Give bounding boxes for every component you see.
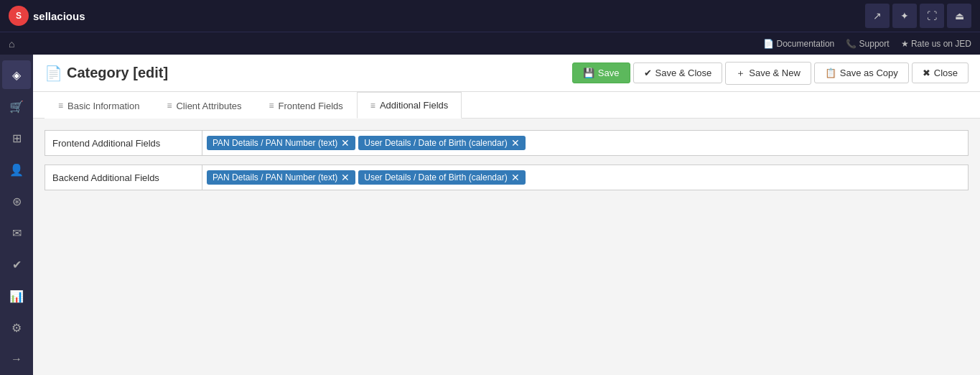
main-layout: ◈ 🛒 ⊞ 👤 ⊛ ✉ ✔ 📊 ⚙ → 📄 Category [edit] 💾 … (0, 55, 980, 375)
logout-button[interactable]: ⏏ (947, 4, 971, 28)
backend-label: Backend Additional Fields (45, 165, 202, 190)
frontend-label: Frontend Additional Fields (45, 130, 202, 156)
fullscreen-button[interactable]: ⛶ (920, 4, 944, 28)
tab-content: Frontend Additional Fields PAN Details /… (33, 119, 980, 375)
secondary-nav-right: 📄 Documentation 📞 Support ★ Rate us on J… (763, 39, 971, 49)
content-area: 📄 Category [edit] 💾 Save ✔ Save & Close … (33, 55, 980, 375)
tabs: ≡ Basic Information ≡ Client Attributes … (33, 92, 980, 119)
tab-icon-client: ≡ (167, 101, 172, 111)
frontend-values-cell[interactable]: PAN Details / PAN Number (text) ✕ User D… (202, 130, 969, 156)
topbar: S sellacious ↗ ✦ ⛶ ⏏ (0, 0, 980, 32)
sidebar-item-structure[interactable]: ⊛ (2, 187, 31, 216)
tab-frontend-fields[interactable]: ≡ Frontend Fields (256, 92, 357, 119)
sidebar-item-more[interactable]: → (2, 345, 31, 374)
frontend-tag-0-remove[interactable]: ✕ (341, 138, 350, 148)
backend-values-cell[interactable]: PAN Details / PAN Number (text) ✕ User D… (202, 165, 969, 190)
tab-additional-fields[interactable]: ≡ Additional Fields (357, 92, 462, 119)
copy-icon: 📋 (825, 68, 836, 78)
sidebar-item-dashboard[interactable]: ◈ (2, 60, 31, 89)
page-actions: 💾 Save ✔ Save & Close ＋ Save & New 📋 Sav… (572, 62, 969, 85)
backend-tag-1-remove[interactable]: ✕ (511, 172, 520, 182)
sidebar-item-messages[interactable]: ✉ (2, 218, 31, 247)
check-icon: ✔ (644, 68, 652, 78)
home-icon[interactable]: ⌂ (9, 38, 14, 50)
secondary-nav: ⌂ 📄 Documentation 📞 Support ★ Rate us on… (0, 32, 980, 55)
secondary-nav-left: ⌂ (9, 38, 14, 50)
save-copy-button[interactable]: 📋 Save as Copy (814, 62, 909, 83)
tab-icon-frontend: ≡ (269, 101, 274, 111)
tab-basic-information[interactable]: ≡ Basic Information (45, 92, 153, 119)
support-link[interactable]: 📞 Support (846, 39, 889, 49)
sidebar-item-reports[interactable]: 📊 (2, 282, 31, 310)
save-new-button[interactable]: ＋ Save & New (725, 62, 811, 85)
documentation-link[interactable]: 📄 Documentation (763, 39, 834, 49)
sidebar-item-categories[interactable]: ⊞ (2, 124, 31, 152)
x-icon: ✖ (923, 68, 930, 78)
external-link-button[interactable]: ↗ (865, 4, 890, 28)
rate-us-link[interactable]: ★ Rate us on JED (901, 39, 971, 49)
backend-tag-1[interactable]: User Details / Date of Birth (calendar) … (358, 170, 525, 185)
logo-icon: S (9, 6, 29, 26)
backend-tag-0[interactable]: PAN Details / PAN Number (text) ✕ (207, 170, 355, 185)
sidebar: ◈ 🛒 ⊞ 👤 ⊛ ✉ ✔ 📊 ⚙ → (0, 55, 33, 375)
page-title-icon: 📄 (45, 65, 62, 82)
frontend-tag-1-text: User Details / Date of Birth (calendar) (364, 138, 507, 148)
tab-client-attributes[interactable]: ≡ Client Attributes (153, 92, 255, 119)
logo: S sellacious (9, 6, 85, 26)
logo-text: sellacious (33, 10, 85, 22)
plus-icon: ＋ (736, 67, 745, 80)
tab-icon-additional: ≡ (370, 101, 375, 111)
frontend-tag-1[interactable]: User Details / Date of Birth (calendar) … (358, 136, 525, 150)
joomla-button[interactable]: ✦ (892, 4, 917, 28)
backend-tag-0-remove[interactable]: ✕ (341, 172, 350, 182)
page-header: 📄 Category [edit] 💾 Save ✔ Save & Close … (33, 55, 980, 92)
backend-tag-0-text: PAN Details / PAN Number (text) (213, 172, 337, 182)
frontend-tag-0[interactable]: PAN Details / PAN Number (text) ✕ (207, 136, 355, 150)
frontend-fields-row: Frontend Additional Fields PAN Details /… (45, 130, 969, 156)
backend-tag-1-text: User Details / Date of Birth (calendar) (364, 172, 507, 182)
save-button[interactable]: 💾 Save (572, 62, 630, 83)
sidebar-item-settings[interactable]: ⚙ (2, 313, 31, 342)
page-title: 📄 Category [edit] (45, 65, 168, 82)
sidebar-item-orders[interactable]: ✔ (2, 250, 31, 279)
close-button[interactable]: ✖ Close (912, 62, 969, 83)
sidebar-item-shop[interactable]: 🛒 (2, 92, 31, 121)
backend-fields-row: Backend Additional Fields PAN Details / … (45, 165, 969, 190)
save-icon: 💾 (583, 68, 594, 78)
save-close-button[interactable]: ✔ Save & Close (633, 62, 723, 83)
sidebar-item-users[interactable]: 👤 (2, 155, 31, 184)
topbar-actions: ↗ ✦ ⛶ ⏏ (865, 4, 971, 28)
frontend-tag-0-text: PAN Details / PAN Number (text) (213, 138, 337, 148)
tab-icon-basic: ≡ (58, 101, 63, 111)
frontend-tag-1-remove[interactable]: ✕ (511, 138, 520, 148)
